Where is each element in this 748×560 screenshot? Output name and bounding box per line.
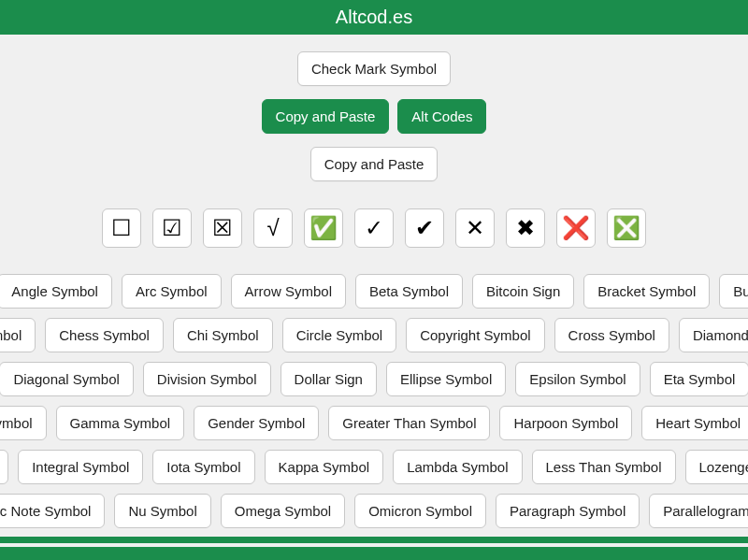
category-link[interactable]: ction Symbol	[0, 406, 47, 440]
category-link[interactable]: ark Symbol	[0, 318, 36, 352]
site-title: Altcod.es	[336, 7, 412, 27]
category-link[interactable]: Bullet Point	[719, 274, 748, 309]
category-row-2: mbol Diagonal Symbol Division Symbol Dol…	[0, 362, 748, 396]
symbol-ballot-box[interactable]: ☐	[102, 208, 141, 248]
category-link[interactable]: Dollar Sign	[280, 362, 377, 396]
category-link[interactable]: Gamma Symbol	[56, 406, 185, 440]
category-link[interactable]: Omega Symbol	[221, 494, 345, 528]
category-link[interactable]: Symbol	[0, 450, 8, 484]
category-link[interactable]: Eta Symbol	[650, 362, 748, 396]
category-link[interactable]: Chess Symbol	[45, 318, 164, 352]
category-link[interactable]: Omicron Symbol	[354, 494, 486, 528]
site-header: Altcod.es	[0, 0, 748, 35]
category-link[interactable]: Integral Symbol	[18, 450, 143, 484]
symbol-x-light[interactable]: ✕	[455, 208, 495, 248]
category-link[interactable]: Lozenge Symbo	[685, 450, 749, 484]
category-link[interactable]: Greater Than Symbol	[328, 406, 490, 440]
category-row-1: ark Symbol Chess Symbol Chi Symbol Circl…	[0, 318, 748, 352]
category-link[interactable]: Beta Symbol	[355, 274, 463, 309]
symbol-check-heavy[interactable]: ✔	[405, 208, 444, 248]
category-link[interactable]: Cross Symbol	[554, 318, 669, 352]
symbol-row: ☐ ☑ ☒ √ ✅ ✓ ✔ ✕ ✖ ❌ ❎	[102, 208, 646, 248]
symbol-x-heavy[interactable]: ✖	[506, 208, 545, 248]
category-link[interactable]: Arrow Symbol	[231, 274, 346, 309]
category-link[interactable]: Bitcoin Sign	[472, 274, 574, 309]
category-link[interactable]: Paragraph Symbol	[496, 494, 640, 528]
category-link[interactable]: Bracket Symbol	[583, 274, 710, 309]
subhead-button[interactable]: Copy and Paste	[310, 147, 439, 181]
tab-copy-paste[interactable]: Copy and Paste	[262, 99, 390, 134]
tab-alt-codes[interactable]: Alt Codes	[397, 99, 486, 134]
category-link[interactable]: Angle Symbol	[0, 274, 112, 309]
main-content: Check Mark Symbol Copy and Paste Alt Cod…	[0, 35, 748, 528]
symbol-x-green-box[interactable]: ❎	[607, 208, 646, 248]
category-link[interactable]: Arc Symbol	[122, 274, 222, 309]
category-link[interactable]: Kappa Symbol	[265, 450, 384, 484]
category-row-0: mbol Angle Symbol Arc Symbol Arrow Symbo…	[0, 274, 748, 309]
tab-row: Copy and Paste Alt Codes	[262, 99, 487, 134]
category-link[interactable]: Ellipse Symbol	[386, 362, 506, 396]
category-link[interactable]: Music Note Symbol	[0, 494, 105, 528]
category-row-5: Music Note Symbol Nu Symbol Omega Symbol…	[0, 494, 748, 528]
symbol-square-root[interactable]: √	[253, 208, 293, 248]
category-link[interactable]: Circle Symbol	[282, 318, 397, 352]
symbol-ballot-box-check[interactable]: ☑	[152, 208, 192, 248]
category-link[interactable]: Gender Symbol	[194, 406, 319, 440]
category-link[interactable]: Harpoon Symbol	[499, 406, 632, 440]
category-link[interactable]: Diamond Symbo	[679, 318, 748, 352]
category-link[interactable]: Division Symbol	[143, 362, 271, 396]
category-link[interactable]: Parallelogram Syn	[649, 494, 748, 528]
footer-divider	[0, 537, 748, 543]
symbol-cross-mark-red[interactable]: ❌	[556, 208, 596, 248]
category-link[interactable]: Epsilon Symbol	[515, 362, 640, 396]
category-link[interactable]: Nu Symbol	[114, 494, 210, 528]
category-link[interactable]: Copyright Symbol	[406, 318, 544, 352]
category-row-4: Symbol Integral Symbol Iota Symbol Kappa…	[0, 450, 748, 484]
category-row-3: ction Symbol Gamma Symbol Gender Symbol …	[0, 406, 748, 440]
symbol-check-light[interactable]: ✓	[354, 208, 394, 248]
category-link[interactable]: Less Than Symbol	[532, 450, 676, 484]
footer-bar	[0, 547, 748, 560]
category-link[interactable]: Iota Symbol	[152, 450, 254, 484]
category-link[interactable]: Diagonal Symbol	[0, 362, 134, 396]
category-link[interactable]: Heart Symbol	[641, 406, 748, 440]
symbol-ballot-box-x[interactable]: ☒	[203, 208, 242, 248]
category-grid: mbol Angle Symbol Arc Symbol Arrow Symbo…	[0, 274, 748, 528]
category-link[interactable]: Lambda Symbol	[393, 450, 522, 484]
category-link[interactable]: Chi Symbol	[173, 318, 273, 352]
symbol-check-green-box[interactable]: ✅	[304, 208, 343, 248]
page-title-button[interactable]: Check Mark Symbol	[297, 51, 451, 86]
